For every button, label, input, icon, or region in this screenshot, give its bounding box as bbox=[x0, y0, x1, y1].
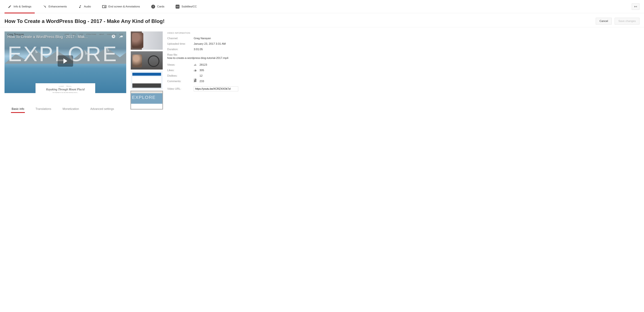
video-information-panel: VIDEO INFORMATION Channel: Greg Narayan … bbox=[167, 31, 640, 113]
svg-rect-3 bbox=[195, 64, 196, 66]
tab-enhancements[interactable]: Enhancements bbox=[40, 0, 70, 13]
comments-value: 233 bbox=[200, 80, 204, 83]
tab-info-settings[interactable]: Info & Settings bbox=[4, 0, 35, 13]
thumbnail-option[interactable] bbox=[131, 71, 163, 89]
thumbs-up-icon bbox=[194, 69, 200, 72]
thumbnail-option[interactable] bbox=[131, 51, 163, 69]
channel-label: Channel: bbox=[167, 37, 194, 40]
content-area: Greg Narayan HOME TRAIL FOOD ATTRACTIONS… bbox=[0, 27, 644, 113]
likes-value: 305 bbox=[200, 69, 204, 72]
end-screen-icon bbox=[102, 5, 106, 8]
player-caption-card: LAKE · TRAIL Kayaking Through Mount Plac… bbox=[36, 83, 95, 93]
player-top-controls bbox=[111, 34, 124, 39]
title-row: How To Create a WordPress Blog - 2017 - … bbox=[0, 13, 644, 27]
duration-value: 3:01:05 bbox=[194, 48, 203, 51]
subtab-monetization[interactable]: Monetization bbox=[62, 107, 79, 113]
thumbnail-option-selected[interactable]: EXPLORE bbox=[131, 91, 163, 109]
subtab-advanced-settings[interactable]: Advanced settings bbox=[90, 107, 114, 113]
info-circle-icon: i bbox=[151, 5, 155, 8]
editor-tabs-bar: Info & Settings Enhancements Audio End s… bbox=[0, 0, 644, 13]
svg-rect-2 bbox=[195, 64, 195, 66]
pencil-icon bbox=[8, 5, 12, 8]
player-title-overlay: How To Create a WordPress Blog - 2017 - … bbox=[8, 35, 94, 39]
comments-label: Comments: bbox=[167, 80, 194, 83]
watch-later-icon[interactable] bbox=[111, 34, 116, 39]
tab-label: Info & Settings bbox=[14, 5, 32, 8]
tab-label: End screen & Annotations bbox=[108, 5, 140, 8]
svg-rect-1 bbox=[194, 65, 194, 66]
tab-audio[interactable]: Audio bbox=[75, 0, 94, 13]
tab-label: Audio bbox=[84, 5, 91, 8]
uploaded-time-value: January 23, 2017 3:31 AM bbox=[194, 42, 226, 45]
likes-label: Likes: bbox=[167, 69, 194, 72]
video-url-input[interactable] bbox=[194, 86, 238, 91]
views-value: 28123 bbox=[200, 63, 207, 66]
subtab-translations[interactable]: Translations bbox=[36, 107, 51, 113]
video-url-label: Video URL: bbox=[167, 87, 194, 90]
raw-file-label: Raw file: bbox=[167, 53, 178, 56]
uploaded-time-label: Uploaded time: bbox=[167, 42, 194, 45]
tab-end-screen[interactable]: End screen & Annotations bbox=[99, 0, 143, 13]
tab-subtitles[interactable]: CC Subtitles/CC bbox=[172, 0, 200, 13]
music-note-icon bbox=[78, 5, 82, 8]
video-player[interactable]: Greg Narayan HOME TRAIL FOOD ATTRACTIONS… bbox=[4, 31, 126, 93]
raw-file-value: how-to-create-a-wordpress-blog-tutorial-… bbox=[167, 56, 640, 60]
back-button[interactable] bbox=[632, 3, 640, 10]
dislikes-label: Dislikes: bbox=[167, 74, 194, 77]
thumbnails-column: EXPLORE bbox=[131, 31, 163, 113]
dislikes-value: 12 bbox=[200, 74, 202, 77]
tab-label: Cards bbox=[157, 5, 164, 8]
svg-rect-4 bbox=[196, 65, 196, 66]
save-changes-button[interactable]: Save changes bbox=[614, 18, 640, 24]
duration-label: Duration: bbox=[167, 48, 194, 51]
tab-label: Enhancements bbox=[48, 5, 67, 8]
video-information-heading: VIDEO INFORMATION bbox=[167, 32, 640, 34]
views-label: Views: bbox=[167, 63, 194, 66]
views-icon bbox=[194, 63, 200, 66]
player-column: Greg Narayan HOME TRAIL FOOD ATTRACTIONS… bbox=[4, 31, 126, 113]
thumbnail-option[interactable] bbox=[131, 31, 163, 50]
subtab-basic-info[interactable]: Basic info bbox=[12, 107, 24, 113]
cc-icon: CC bbox=[176, 5, 180, 8]
video-title: How To Create a WordPress Blog - 2017 - … bbox=[4, 18, 593, 24]
share-icon[interactable] bbox=[119, 34, 124, 39]
subtabs: Basic info Translations Monetization Adv… bbox=[4, 103, 126, 113]
cancel-button[interactable]: Cancel bbox=[596, 18, 612, 24]
play-button-icon[interactable] bbox=[58, 55, 73, 67]
tab-cards[interactable]: i Cards bbox=[148, 0, 168, 13]
channel-value: Greg Narayan bbox=[194, 37, 211, 40]
thumbs-down-icon bbox=[194, 74, 200, 77]
tab-label: Subtitles/CC bbox=[182, 5, 196, 8]
wand-icon bbox=[43, 5, 47, 8]
